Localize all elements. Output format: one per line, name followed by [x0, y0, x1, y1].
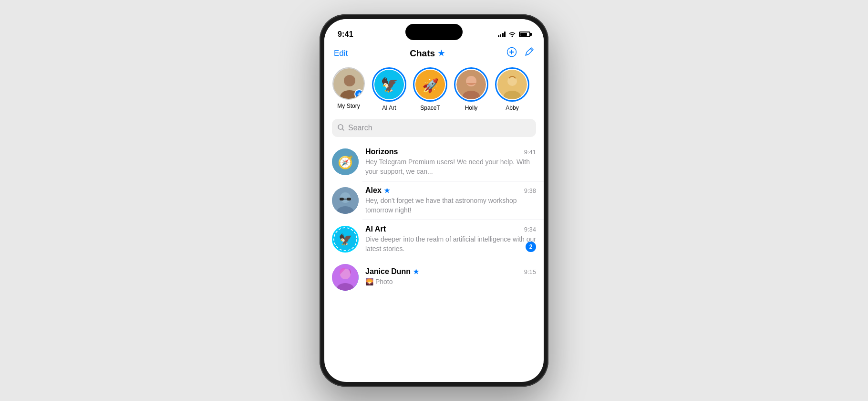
alex-chat-preview: Hey, don't forget we have that astronomy…: [365, 196, 536, 215]
janice-star-icon: ★: [413, 268, 419, 275]
alex-top-row: Alex ★ 9:38: [365, 186, 536, 195]
ai-art-badge: 2: [526, 242, 536, 252]
add-story-plus-icon: +: [354, 89, 364, 99]
holly-story-ring: [454, 67, 488, 102]
horizons-chat-preview: Hey Telegram Premium users! We need your…: [365, 158, 536, 176]
horizons-top-row: Horizons 9:41: [365, 148, 536, 156]
phone-screen: 9:41 Edit Chats: [324, 19, 544, 382]
phone-frame: 9:41 Edit Chats: [320, 14, 548, 387]
abby-story-label: Abby: [506, 105, 518, 111]
horizons-avatar: 🧭: [332, 148, 359, 175]
search-magnifier-icon: [338, 124, 344, 132]
status-bar: 9:41: [324, 19, 544, 43]
janice-top-row: Janice Dunn ★ 9:15: [365, 267, 536, 276]
janice-avatar: [332, 264, 359, 291]
alex-chat-content: Alex ★ 9:38 Hey, don't forget we have th…: [365, 186, 536, 215]
chat-item-janice[interactable]: Janice Dunn ★ 9:15 🌄 Photo: [324, 259, 544, 295]
signal-bars-icon: [498, 32, 506, 37]
holly-story-label: Holly: [465, 105, 478, 111]
chats-star-icon: ★: [438, 49, 444, 58]
alex-chat-name: Alex ★: [365, 186, 390, 195]
horizons-chat-name: Horizons: [365, 148, 398, 156]
ai-art-chat-avatar: 🦅: [332, 226, 359, 253]
abby-story-ring: [495, 67, 529, 102]
svg-text:🦅: 🦅: [381, 76, 399, 94]
chats-title-text: Chats: [410, 48, 435, 59]
chat-list: 🧭 Horizons 9:41 Hey Telegram Premium use…: [324, 143, 544, 295]
spacet-story-avatar: 🚀: [415, 70, 445, 99]
chat-item-ai-art[interactable]: 🦅 AI Art 9:34 Dive deeper into the realm…: [324, 220, 544, 258]
wifi-icon: [508, 31, 516, 38]
horizons-chat-time: 9:41: [524, 148, 536, 156]
svg-rect-21: [347, 198, 351, 200]
story-item-holly[interactable]: Holly: [454, 67, 488, 111]
compose-button[interactable]: [524, 47, 534, 60]
header-actions: [506, 47, 534, 60]
chat-item-horizons[interactable]: 🧭 Horizons 9:41 Hey Telegram Premium use…: [324, 143, 544, 181]
search-bar-container: Search: [324, 119, 544, 143]
ai-art-story-avatar: 🦅: [374, 70, 404, 99]
header-title: Chats ★: [410, 48, 444, 59]
ai-art-top-row: AI Art 9:34: [365, 225, 536, 233]
status-time: 9:41: [338, 30, 353, 39]
svg-text:🚀: 🚀: [422, 78, 439, 94]
story-item-abby[interactable]: Abby: [495, 67, 529, 111]
story-item-ai-art[interactable]: 🦅 AI Art: [372, 67, 406, 111]
app-header: Edit Chats ★: [324, 43, 544, 65]
search-bar[interactable]: Search: [332, 119, 536, 137]
battery-icon: [519, 32, 530, 37]
ai-art-story-label: AI Art: [382, 105, 396, 111]
edit-button[interactable]: Edit: [334, 49, 348, 58]
alex-star-icon: ★: [384, 187, 390, 194]
ai-art-chat-preview: Dive deeper into the realm of artificial…: [365, 235, 536, 253]
svg-rect-20: [340, 198, 344, 200]
alex-chat-time: 9:38: [524, 187, 536, 194]
janice-chat-name: Janice Dunn ★: [365, 267, 419, 276]
my-story-label: My Story: [337, 103, 360, 109]
abby-story-avatar: [497, 70, 527, 99]
spacet-story-label: SpaceT: [420, 105, 440, 111]
ai-art-story-ring: 🦅: [372, 67, 406, 102]
stories-row: + My Story 🦅 AI Art: [324, 65, 544, 119]
status-icons: [498, 31, 531, 38]
svg-point-2: [344, 75, 355, 86]
photo-emoji-icon: 🌄: [365, 278, 373, 285]
horizons-chat-content: Horizons 9:41 Hey Telegram Premium users…: [365, 148, 536, 176]
janice-chat-time: 9:15: [524, 268, 536, 275]
ai-art-chat-content: AI Art 9:34 Dive deeper into the realm o…: [365, 225, 536, 253]
dynamic-island: [405, 24, 463, 40]
story-item-my-story[interactable]: + My Story: [332, 67, 365, 111]
spacet-story-ring: 🚀: [413, 67, 447, 102]
add-story-button[interactable]: [506, 47, 517, 60]
search-placeholder: Search: [348, 124, 372, 132]
chat-item-alex[interactable]: Alex ★ 9:38 Hey, don't forget we have th…: [324, 181, 544, 220]
janice-chat-content: Janice Dunn ★ 9:15 🌄 Photo: [365, 267, 536, 287]
janice-chat-preview: 🌄 Photo: [365, 277, 536, 287]
ai-art-chat-time: 9:34: [524, 226, 536, 233]
holly-story-avatar: [456, 70, 486, 99]
ai-art-chat-name: AI Art: [365, 225, 386, 233]
my-story-avatar: +: [332, 67, 365, 100]
alex-avatar: [332, 187, 359, 214]
svg-text:🦅: 🦅: [339, 233, 352, 246]
svg-text:🧭: 🧭: [338, 155, 353, 170]
story-item-spacet[interactable]: 🚀 SpaceT: [413, 67, 447, 111]
